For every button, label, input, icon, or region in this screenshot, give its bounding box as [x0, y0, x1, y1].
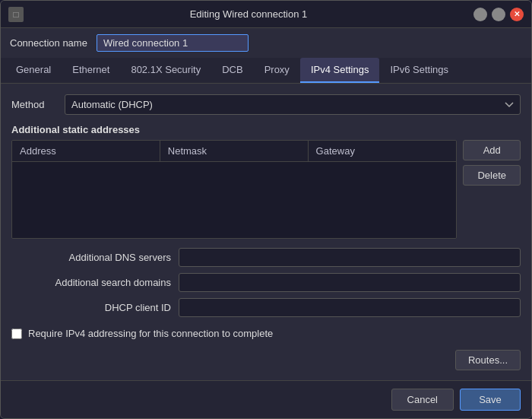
table-buttons: Add Delete — [463, 140, 521, 239]
method-select[interactable]: Automatic (DHCP) Manual Link-Local Only … — [65, 94, 521, 115]
table-body[interactable] — [12, 162, 456, 238]
connection-name-row: Connection name — [1, 28, 531, 58]
titlebar: □ Editing Wired connection 1 ✕ — [1, 1, 531, 28]
titlebar-controls: ✕ — [473, 8, 524, 21]
tab-ipv4[interactable]: IPv4 Settings — [300, 58, 380, 83]
dhcp-client-id-input[interactable] — [179, 298, 521, 317]
minimize-button[interactable] — [473, 8, 487, 21]
tab-ipv6[interactable]: IPv6 Settings — [379, 58, 459, 83]
cancel-button[interactable]: Cancel — [391, 389, 454, 411]
dhcp-client-id-label: DHCP client ID — [105, 302, 171, 313]
dhcp-client-id-row: DHCP client ID — [11, 298, 521, 317]
connection-name-input[interactable] — [97, 34, 249, 52]
search-domains-label: Additional search domains — [55, 277, 171, 288]
main-content: Method Automatic (DHCP) Manual Link-Loca… — [1, 84, 531, 380]
window-title: Editing Wired connection 1 — [190, 8, 308, 20]
col-address: Address — [12, 141, 160, 161]
tab-proxy[interactable]: Proxy — [254, 58, 300, 83]
require-ipv4-row: Require IPv4 addressing for this connect… — [11, 326, 521, 341]
require-ipv4-checkbox[interactable] — [11, 329, 22, 339]
dns-servers-input[interactable] — [179, 248, 521, 267]
connection-name-label: Connection name — [10, 37, 87, 49]
add-button[interactable]: Add — [463, 140, 521, 160]
static-addresses-section: Additional static addresses Address Netm… — [11, 124, 521, 239]
routes-row: Routes... — [11, 350, 521, 370]
delete-button[interactable]: Delete — [463, 165, 521, 186]
col-gateway: Gateway — [309, 141, 457, 161]
maximize-button[interactable] — [492, 8, 505, 21]
search-domains-input[interactable] — [179, 273, 521, 292]
search-domains-row: Additional search domains — [11, 273, 521, 292]
footer: Cancel Save — [1, 380, 531, 418]
method-row: Method Automatic (DHCP) Manual Link-Loca… — [11, 94, 521, 115]
tab-8021x[interactable]: 802.1X Security — [120, 58, 211, 83]
form-section: Additional DNS servers Additional search… — [11, 248, 521, 317]
require-ipv4-label: Require IPv4 addressing for this connect… — [28, 328, 273, 339]
table-header: Address Netmask Gateway — [12, 141, 456, 162]
tab-general[interactable]: General — [5, 58, 62, 83]
addresses-table: Address Netmask Gateway — [11, 140, 457, 239]
dns-servers-row: Additional DNS servers — [11, 248, 521, 267]
close-button[interactable]: ✕ — [510, 8, 524, 21]
main-window: □ Editing Wired connection 1 ✕ Connectio… — [0, 0, 532, 419]
addresses-area: Address Netmask Gateway Add Delete — [11, 140, 521, 239]
dns-servers-label: Additional DNS servers — [69, 252, 171, 263]
save-button[interactable]: Save — [460, 389, 521, 411]
method-label: Method — [11, 99, 57, 110]
tab-bar: General Ethernet 802.1X Security DCB Pro… — [1, 58, 531, 84]
tab-dcb[interactable]: DCB — [211, 58, 253, 83]
tab-ethernet[interactable]: Ethernet — [62, 58, 120, 83]
static-addresses-title: Additional static addresses — [11, 124, 521, 135]
col-netmask: Netmask — [160, 141, 309, 161]
window-icon: □ — [8, 7, 24, 22]
routes-button[interactable]: Routes... — [455, 350, 521, 370]
